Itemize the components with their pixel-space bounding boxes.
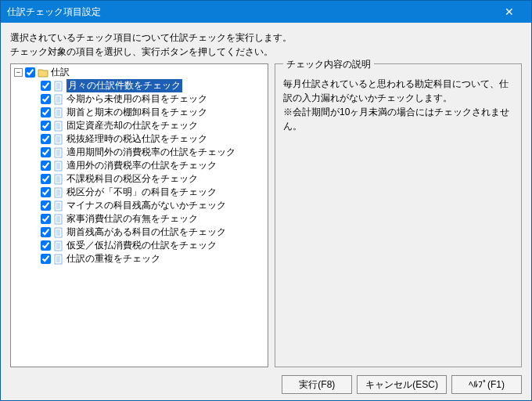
file-icon	[53, 161, 64, 172]
item-label[interactable]: 仕訳の重複をチェック	[66, 252, 160, 266]
item-label[interactable]: 仮受／仮払消費税の仕訳をチェック	[66, 239, 217, 252]
file-icon	[53, 174, 64, 185]
file-icon	[53, 94, 64, 105]
explanation-fieldset: チェック内容の説明 毎月仕訳されていると思われる勘定科目について、仕訳の入力漏れ…	[275, 63, 522, 367]
tree-item[interactable]: マイナスの科目残高がないかチェック	[41, 199, 268, 212]
help-button[interactable]: ﾍﾙﾌﾟ(F1)	[451, 375, 522, 394]
svg-rect-15	[55, 121, 62, 131]
item-checkbox[interactable]	[41, 240, 51, 251]
svg-rect-45	[55, 201, 62, 211]
item-label[interactable]: 税抜経理時の税込仕訳をチェック	[66, 132, 207, 146]
tree-item[interactable]: 適用外の消費税率の仕訳をチェック	[41, 159, 268, 172]
close-button[interactable]: ✕	[494, 1, 525, 23]
svg-rect-25	[55, 148, 62, 157]
tree-item[interactable]: 今期から未使用の科目をチェック	[41, 92, 268, 106]
svg-rect-30	[55, 161, 62, 171]
file-icon	[53, 200, 64, 211]
tree-item[interactable]: 固定資産売却の仕訳をチェック	[41, 119, 268, 132]
main-row: − 仕訳 月々の仕訳件数をチェック今期から未使用の科目をチェック期首と期末の棚卸…	[10, 63, 522, 367]
item-label[interactable]: 適用期間外の消費税率の仕訳をチェック	[66, 146, 235, 159]
tree-item[interactable]: 期首残高がある科目の仕訳をチェック	[41, 226, 268, 239]
file-icon	[53, 227, 64, 238]
item-label[interactable]: 期首と期末の棚卸科目をチェック	[66, 106, 207, 119]
item-checkbox[interactable]	[41, 81, 51, 91]
tree-root-node[interactable]: − 仕訳	[14, 66, 268, 79]
close-icon: ✕	[505, 5, 514, 18]
window-title: 仕訳チェック項目設定	[7, 5, 101, 19]
svg-rect-55	[55, 228, 62, 237]
item-checkbox[interactable]	[41, 147, 51, 157]
item-checkbox[interactable]	[41, 134, 51, 144]
item-checkbox[interactable]	[41, 94, 51, 104]
tree-item[interactable]: 仕訳の重複をチェック	[41, 252, 268, 266]
explanation-line-2: ※会計期間が10ヶ月未満の場合にはチェックされません。	[283, 105, 513, 133]
item-checkbox[interactable]	[41, 121, 51, 131]
description-line-1: 選択されているチェック項目について仕訳チェックを実行します。	[10, 31, 522, 45]
item-checkbox[interactable]	[41, 107, 51, 117]
explanation-panel: チェック内容の説明 毎月仕訳されていると思われる勘定科目について、仕訳の入力漏れ…	[275, 63, 522, 367]
check-item-tree[interactable]: − 仕訳 月々の仕訳件数をチェック今期から未使用の科目をチェック期首と期末の棚卸…	[10, 63, 268, 367]
expand-toggle-icon[interactable]: −	[14, 68, 23, 77]
file-icon	[53, 121, 64, 132]
item-label[interactable]: 月々の仕訳件数をチェック	[66, 79, 182, 92]
svg-rect-10	[55, 108, 62, 117]
file-icon	[53, 107, 64, 118]
description: 選択されているチェック項目について仕訳チェックを実行します。 チェック対象の項目…	[10, 31, 522, 59]
tree-item[interactable]: 税抜経理時の税込仕訳をチェック	[41, 132, 268, 146]
tree-item[interactable]: 期首と期末の棚卸科目をチェック	[41, 106, 268, 119]
file-icon	[53, 214, 64, 225]
explanation-line-1: 毎月仕訳されていると思われる勘定科目について、仕訳の入力漏れがないかチェックしま…	[283, 77, 513, 105]
item-checkbox[interactable]	[41, 200, 51, 211]
item-label[interactable]: 固定資産売却の仕訳をチェック	[66, 119, 198, 132]
explanation-legend: チェック内容の説明	[283, 58, 374, 71]
item-checkbox[interactable]	[41, 161, 51, 171]
cancel-button[interactable]: キャンセル(ESC)	[357, 375, 447, 394]
svg-rect-20	[55, 135, 62, 144]
item-label[interactable]: 期首残高がある科目の仕訳をチェック	[66, 226, 226, 239]
item-label[interactable]: 不課税科目の税区分をチェック	[66, 172, 198, 186]
item-checkbox[interactable]	[41, 187, 51, 197]
item-checkbox[interactable]	[41, 174, 51, 184]
file-icon	[53, 147, 64, 158]
svg-rect-40	[55, 188, 62, 197]
tree-item[interactable]: 仮受／仮払消費税の仕訳をチェック	[41, 239, 268, 252]
file-icon	[53, 240, 64, 251]
tree-item[interactable]: 月々の仕訳件数をチェック	[41, 79, 268, 92]
root-label[interactable]: 仕訳	[51, 66, 70, 79]
file-icon	[53, 254, 64, 265]
file-icon	[53, 187, 64, 198]
root-checkbox[interactable]	[25, 67, 35, 78]
tree-item[interactable]: 税区分が「不明」の科目をチェック	[41, 186, 268, 199]
file-icon	[53, 81, 64, 92]
folder-icon	[38, 67, 49, 78]
item-label[interactable]: 適用外の消費税率の仕訳をチェック	[66, 159, 217, 172]
svg-rect-65	[55, 255, 62, 264]
item-label[interactable]: 今期から未使用の科目をチェック	[66, 92, 207, 106]
svg-rect-35	[55, 175, 62, 184]
item-label[interactable]: 税区分が「不明」の科目をチェック	[66, 186, 217, 199]
titlebar: 仕訳チェック項目設定 ✕	[1, 1, 531, 23]
dialog-body: 選択されているチェック項目について仕訳チェックを実行します。 チェック対象の項目…	[1, 23, 531, 400]
button-row: 実行(F8) キャンセル(ESC) ﾍﾙﾌﾟ(F1)	[10, 367, 522, 394]
item-checkbox[interactable]	[41, 214, 51, 224]
item-checkbox[interactable]	[41, 254, 51, 264]
tree-item[interactable]: 不課税科目の税区分をチェック	[41, 172, 268, 186]
svg-rect-60	[55, 241, 62, 251]
svg-rect-5	[55, 95, 62, 104]
file-icon	[53, 134, 64, 145]
item-label[interactable]: マイナスの科目残高がないかチェック	[66, 199, 226, 212]
run-button[interactable]: 実行(F8)	[282, 375, 352, 394]
tree-item[interactable]: 家事消費仕訳の有無をチェック	[41, 212, 268, 226]
item-checkbox[interactable]	[41, 227, 51, 237]
description-line-2: チェック対象の項目を選択し、実行ボタンを押してください。	[10, 45, 522, 59]
tree-item[interactable]: 適用期間外の消費税率の仕訳をチェック	[41, 146, 268, 159]
tree-children: 月々の仕訳件数をチェック今期から未使用の科目をチェック期首と期末の棚卸科目をチェ…	[14, 79, 268, 266]
svg-rect-50	[55, 215, 62, 224]
dialog-window: 仕訳チェック項目設定 ✕ 選択されているチェック項目について仕訳チェックを実行し…	[0, 0, 532, 401]
svg-rect-0	[55, 81, 62, 91]
item-label[interactable]: 家事消費仕訳の有無をチェック	[66, 212, 198, 226]
tree-root: − 仕訳 月々の仕訳件数をチェック今期から未使用の科目をチェック期首と期末の棚卸…	[11, 66, 268, 266]
explanation-text: 毎月仕訳されていると思われる勘定科目について、仕訳の入力漏れがないかチェックしま…	[283, 77, 513, 133]
